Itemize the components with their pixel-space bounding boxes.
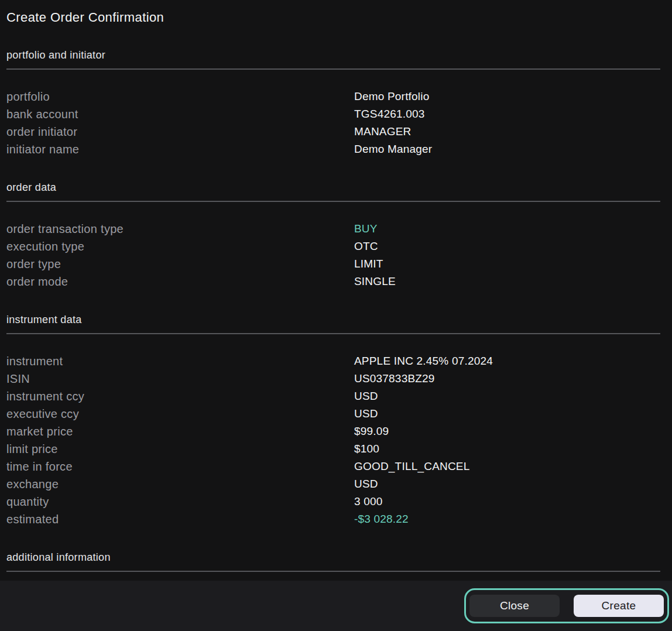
field-label: estimated [6,513,354,526]
field-value: LIMIT [354,258,383,270]
field-label: time in force [6,460,354,474]
field-label: portfolio [6,90,354,104]
field-row: executive ccyUSD [6,405,672,423]
field-row: portfolioDemo Portfolio [6,88,672,105]
section-divider [6,201,660,202]
field-row: instrument ccyUSD [6,387,672,405]
field-value: 3 000 [354,495,383,508]
field-label: order transaction type [6,222,354,236]
field-value: GOOD_TILL_CANCEL [354,460,470,473]
field-value: USD [354,390,378,403]
field-value: $99.09 [354,425,389,438]
field-row: order typeLIMIT [6,255,672,273]
section-header: order data [6,181,672,193]
field-label: order initiator [6,125,354,139]
field-label: quantity [6,495,354,509]
page-title: Create Order Confirmation [6,9,672,26]
footer-bar: Close Create [0,581,672,631]
sections-container: portfolio and initiatorportfolioDemo Por… [6,49,672,572]
create-button[interactable]: Create [574,595,664,617]
section-rows: order transaction typeBUYexecution typeO… [6,220,672,290]
field-row: quantity3 000 [6,493,672,510]
section-header: additional information [6,551,672,563]
field-row: order transaction typeBUY [6,220,672,238]
section-header: portfolio and initiator [6,49,672,61]
field-row: limit price$100 [6,440,672,458]
field-row: order initiatorMANAGER [6,123,672,140]
field-value: Demo Portfolio [354,90,429,103]
close-button[interactable]: Close [469,595,560,617]
field-label: order type [6,258,354,271]
field-value: SINGLE [354,275,396,288]
field-value: -$3 028.22 [354,513,409,526]
section-divider [6,333,660,334]
field-value: $100 [354,443,379,455]
field-value: MANAGER [354,125,411,138]
section-divider [6,68,660,70]
field-label: bank account [6,108,354,121]
section-divider [6,571,660,572]
field-label: instrument [6,355,354,368]
field-row: execution typeOTC [6,238,672,255]
field-label: exchange [6,478,354,491]
field-value: OTC [354,240,378,253]
field-row: initiator nameDemo Manager [6,140,672,158]
field-value: BUY [354,222,378,235]
field-row: bank accountTGS4261.003 [6,105,672,123]
field-row: estimated-$3 028.22 [6,510,672,528]
field-value: Demo Manager [354,143,432,156]
field-label: executive ccy [6,407,354,421]
dialog-content: Create Order Confirmation portfolio and … [0,0,672,581]
field-value: TGS4261.003 [354,108,425,121]
field-label: initiator name [6,143,354,156]
field-value: USD [354,478,378,491]
field-label: order mode [6,275,354,289]
field-row: ISINUS037833BZ29 [6,370,672,387]
field-row: exchangeUSD [6,475,672,493]
field-value: APPLE INC 2.45% 07.2024 [354,355,493,368]
field-label: market price [6,425,354,438]
field-row: market price$99.09 [6,423,672,440]
section-rows: portfolioDemo Portfoliobank accountTGS42… [6,88,672,158]
field-label: instrument ccy [6,390,354,403]
field-row: order modeSINGLE [6,273,672,290]
field-label: execution type [6,240,354,253]
field-row: instrumentAPPLE INC 2.45% 07.2024 [6,352,672,370]
field-value: USD [354,407,378,420]
create-order-confirmation-dialog: Create Order Confirmation portfolio and … [0,0,672,631]
field-value: US037833BZ29 [354,372,435,385]
action-button-group: Close Create [464,588,669,623]
section-header: instrument data [6,314,672,325]
field-label: ISIN [6,372,354,386]
field-label: limit price [6,443,354,456]
section-rows: instrumentAPPLE INC 2.45% 07.2024ISINUS0… [6,352,672,528]
field-row: time in forceGOOD_TILL_CANCEL [6,458,672,475]
